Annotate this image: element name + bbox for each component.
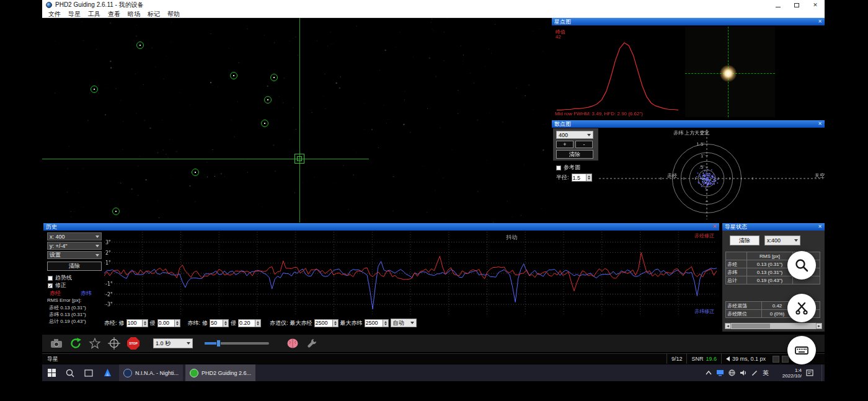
camera-connect-button[interactable] — [50, 337, 63, 350]
stats-ra-label: 赤经 — [726, 260, 747, 268]
target-clear-button[interactable]: 清除 — [556, 150, 593, 159]
scrollbar-thumb[interactable] — [732, 324, 770, 328]
advanced-settings-button[interactable] — [286, 337, 299, 350]
chevron-down-icon — [794, 239, 798, 242]
menu-help[interactable]: 帮助 — [164, 10, 184, 18]
slider-handle[interactable] — [216, 340, 221, 347]
dec-aggression-input[interactable] — [210, 319, 223, 327]
ra-hysteresis-spinner[interactable] — [175, 319, 180, 327]
target-zoom-in-button[interactable]: + — [556, 141, 574, 148]
target-titlebar[interactable]: 散点图 ✕ — [552, 120, 825, 128]
minimize-button[interactable] — [769, 0, 787, 10]
radius-row: 半径: — [556, 174, 592, 182]
action-center-icon[interactable] — [806, 369, 813, 376]
star-profile-plot — [553, 27, 683, 117]
max-dec-spinner[interactable] — [383, 319, 389, 327]
menu-bookmarks[interactable]: 标记 — [144, 10, 164, 18]
history-settings-select[interactable]: 设置 — [47, 251, 102, 259]
star-profile-titlebar[interactable]: 星点图 ✕ — [552, 18, 825, 25]
target-title: 散点图 — [554, 120, 571, 128]
scroll-right-icon[interactable]: ► — [816, 323, 822, 329]
show-desktop-strip[interactable] — [822, 364, 825, 381]
radius-spinner[interactable] — [587, 174, 592, 182]
auto-select-star-button[interactable] — [88, 337, 102, 350]
exposure-select[interactable]: 1.0 秒 — [153, 338, 193, 348]
taskbar-clock[interactable]: 1:4 2022/10/ — [773, 368, 802, 379]
corrections-checkbox[interactable] — [48, 283, 53, 288]
history-y-scale-select[interactable]: y: +/-4" — [47, 242, 102, 250]
scroll-left-icon[interactable]: ◄ — [725, 323, 731, 329]
maximize-button[interactable] — [787, 0, 806, 10]
close-icon[interactable]: ✕ — [818, 120, 822, 128]
pulse-cell: 39 ms, 0.1 px — [721, 354, 770, 364]
radius-input[interactable] — [572, 174, 587, 182]
pen-icon[interactable] — [751, 369, 758, 376]
tray-chevron-up-icon[interactable] — [706, 371, 712, 375]
crosshair-vertical — [299, 18, 300, 223]
menu-darks[interactable]: 暗场 — [124, 10, 144, 18]
task-view-icon — [84, 369, 93, 377]
stop-button[interactable]: STOP — [126, 337, 140, 350]
target-zoom-out-button[interactable]: - — [575, 141, 593, 148]
target-zoom-select[interactable]: 400 — [556, 131, 593, 139]
close-icon[interactable]: ✕ — [818, 18, 822, 25]
stats-scale-select[interactable]: x:400 — [764, 236, 800, 245]
minimize-icon — [776, 7, 781, 7]
gamma-slider[interactable] — [205, 339, 269, 348]
ring-tick-0-5: .5' — [692, 164, 704, 170]
max-dec-input[interactable] — [365, 319, 383, 327]
status-bar: 导星 9/12 SNR 19.6 39 ms, 0.1 px — [42, 353, 825, 364]
star-field[interactable] — [42, 18, 551, 223]
close-button[interactable]: ✕ — [806, 0, 825, 10]
peak-value: 42 — [556, 34, 561, 40]
lock-position-marker-inner — [297, 156, 302, 161]
menu-bar: 文件 导星 工具 查看 暗场 标记 帮助 — [42, 10, 825, 18]
ra-hysteresis-input[interactable] — [157, 319, 175, 327]
language-indicator[interactable]: 英 — [763, 369, 769, 377]
taskbar-app-phd2[interactable]: PHD2 Guiding 2.6... — [185, 364, 255, 381]
menu-file[interactable]: 文件 — [45, 10, 64, 18]
task-view-button[interactable] — [79, 364, 98, 381]
taskbar-pinned-app-button[interactable] — [98, 364, 117, 381]
guide-stats-titlebar[interactable]: 导星状态 ✕ — [722, 223, 825, 231]
start-guiding-button[interactable] — [107, 337, 121, 350]
chevron-down-icon — [187, 342, 190, 345]
dec-hysteresis-spinner[interactable] — [255, 319, 261, 327]
ra-aggression-spinner[interactable] — [143, 319, 148, 327]
history-clear-button[interactable]: 清除 — [47, 262, 102, 271]
max-ra-input[interactable] — [314, 319, 333, 327]
camera-settings-button[interactable] — [305, 337, 319, 350]
scissors-icon — [794, 301, 809, 315]
history-x-scale-select[interactable]: x: 400 — [47, 232, 102, 240]
dec-aggression-spinner[interactable] — [223, 319, 229, 327]
dec-hysteresis-label: 侵 — [231, 319, 236, 327]
menu-tools[interactable]: 工具 — [84, 10, 104, 18]
taskbar-app-nina[interactable]: N.I.N.A. - Nighti... — [119, 364, 183, 381]
stats-horizontal-scrollbar[interactable]: ◄ ► — [725, 323, 822, 329]
status-indicator-2 — [782, 356, 789, 363]
start-button[interactable] — [42, 364, 61, 381]
menu-guide[interactable]: 导星 — [64, 10, 84, 18]
close-icon[interactable]: ✕ — [712, 223, 717, 231]
speaker-icon[interactable] — [740, 369, 747, 376]
network-icon[interactable] — [728, 369, 735, 376]
windows-logo-icon — [48, 369, 56, 377]
dec-hysteresis-input[interactable] — [238, 319, 255, 327]
overlay-zoom-button[interactable] — [787, 251, 816, 280]
loop-exposures-button[interactable] — [69, 337, 82, 350]
ra-aggression-input[interactable] — [126, 319, 143, 327]
stop-label: STOP — [129, 342, 138, 345]
phd2-app-label: PHD2 Guiding 2.6... — [202, 370, 251, 376]
history-titlebar[interactable]: 历史 ✕ — [43, 223, 719, 231]
max-ra-spinner[interactable] — [333, 319, 339, 327]
trendline-checkbox[interactable] — [48, 276, 53, 281]
overlay-keyboard-button[interactable] — [787, 336, 816, 364]
dec-guide-mode-select[interactable]: 自动 — [391, 319, 417, 327]
menu-view[interactable]: 查看 — [104, 10, 124, 18]
close-icon[interactable]: ✕ — [818, 223, 822, 231]
display-icon[interactable] — [716, 369, 724, 376]
reference-circle-checkbox[interactable] — [556, 165, 561, 170]
overlay-scissors-button[interactable] — [787, 294, 816, 322]
taskbar-search-button[interactable] — [61, 364, 79, 381]
stats-clear-button[interactable]: 清除 — [730, 236, 760, 245]
